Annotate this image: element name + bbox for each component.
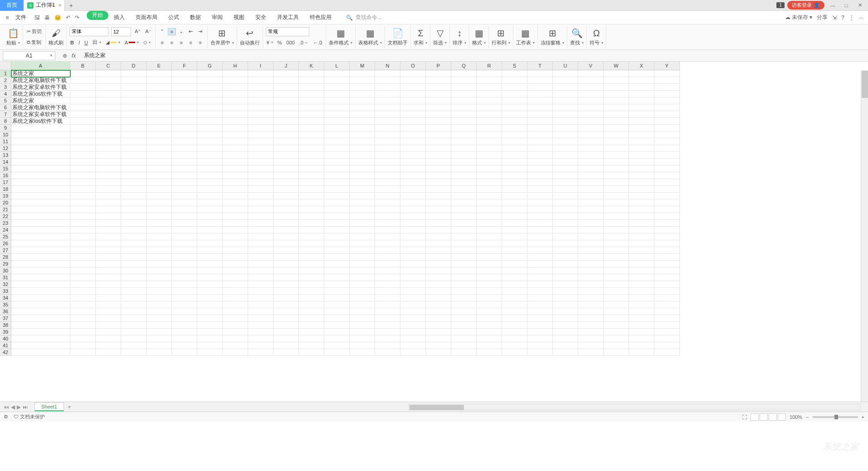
column-header-Q[interactable]: Q (451, 62, 477, 70)
cell-K24[interactable] (299, 227, 324, 233)
add-tab-button[interactable]: + (65, 2, 78, 9)
cell-R31[interactable] (477, 274, 502, 281)
row-col-button[interactable]: 行和列 (492, 39, 510, 46)
cell-K28[interactable] (299, 254, 324, 261)
cell-S15[interactable] (502, 165, 527, 172)
cell-J32[interactable] (273, 281, 299, 288)
close-window-button[interactable]: ✕ (854, 2, 865, 8)
cell-B14[interactable] (70, 159, 96, 165)
cell-G6[interactable] (197, 104, 223, 111)
cell-N40[interactable] (375, 335, 400, 342)
cell-I41[interactable] (248, 342, 273, 349)
cell-H39[interactable] (223, 329, 248, 335)
cell-O10[interactable] (400, 131, 426, 138)
cell-J36[interactable] (273, 308, 299, 315)
cell-Q7[interactable] (451, 111, 477, 118)
view-pagebreak-icon[interactable] (760, 413, 768, 421)
cell-O5[interactable] (400, 97, 426, 104)
filter-button[interactable]: 筛选 (433, 39, 447, 46)
column-header-K[interactable]: K (299, 62, 324, 70)
cell-R13[interactable] (477, 152, 502, 159)
cell-W42[interactable] (604, 349, 629, 356)
cell-S13[interactable] (502, 152, 527, 159)
cell-E41[interactable] (146, 342, 172, 349)
row-header-6[interactable]: 6 (0, 104, 11, 111)
cell-K21[interactable] (299, 206, 324, 213)
cell-N42[interactable] (375, 349, 400, 356)
cell-X40[interactable] (629, 335, 654, 342)
cell-K30[interactable] (299, 267, 324, 274)
cell-I18[interactable] (248, 186, 273, 193)
cell-V42[interactable] (578, 349, 604, 356)
cell-V27[interactable] (578, 247, 604, 254)
cell-S25[interactable] (502, 233, 527, 240)
cell-B22[interactable] (70, 213, 96, 220)
cell-K4[interactable] (299, 91, 324, 97)
cell-H29[interactable] (223, 261, 248, 267)
cell-W41[interactable] (604, 342, 629, 349)
cell-K23[interactable] (299, 220, 324, 227)
cell-B37[interactable] (70, 315, 96, 322)
cell-D21[interactable] (121, 206, 146, 213)
cell-U33[interactable] (553, 288, 578, 295)
row-header-25[interactable]: 25 (0, 233, 11, 240)
cell-Q14[interactable] (451, 159, 477, 165)
cell-J1[interactable] (273, 70, 299, 77)
cell-R25[interactable] (477, 233, 502, 240)
cell-W22[interactable] (604, 213, 629, 220)
cell-I14[interactable] (248, 159, 273, 165)
cell-X39[interactable] (629, 329, 654, 335)
cell-Y12[interactable] (654, 145, 680, 152)
cell-R14[interactable] (477, 159, 502, 165)
cell-G10[interactable] (197, 131, 223, 138)
cell-M39[interactable] (350, 329, 375, 335)
cell-J9[interactable] (273, 125, 299, 131)
cell-E32[interactable] (146, 281, 172, 288)
cell-V24[interactable] (578, 227, 604, 233)
cell-G4[interactable] (197, 91, 223, 97)
column-header-O[interactable]: O (400, 62, 426, 70)
row-header-28[interactable]: 28 (0, 254, 11, 261)
cell-E39[interactable] (146, 329, 172, 335)
cell-W16[interactable] (604, 172, 629, 179)
zoom-in-icon[interactable]: + (862, 414, 864, 420)
cell-X23[interactable] (629, 220, 654, 227)
cell-X26[interactable] (629, 240, 654, 247)
cell-F25[interactable] (172, 233, 197, 240)
cell-E21[interactable] (146, 206, 172, 213)
cell-P12[interactable] (426, 145, 451, 152)
cell-L37[interactable] (324, 315, 350, 322)
cell-E17[interactable] (146, 179, 172, 186)
cell-W13[interactable] (604, 152, 629, 159)
cell-U37[interactable] (553, 315, 578, 322)
clear-format-button[interactable]: ◇ (142, 39, 151, 45)
cell-I39[interactable] (248, 329, 273, 335)
cell-X3[interactable] (629, 84, 654, 91)
cell-B38[interactable] (70, 322, 96, 329)
cell-R5[interactable] (477, 97, 502, 104)
cell-E6[interactable] (146, 104, 172, 111)
table-style-icon[interactable]: ▦ (366, 28, 375, 39)
cell-Q10[interactable] (451, 131, 477, 138)
cell-B17[interactable] (70, 179, 96, 186)
cell-H21[interactable] (223, 206, 248, 213)
cell-B3[interactable] (70, 84, 96, 91)
cell-N39[interactable] (375, 329, 400, 335)
cell-Y11[interactable] (654, 138, 680, 145)
cell-F35[interactable] (172, 301, 197, 308)
row-header-18[interactable]: 18 (0, 186, 11, 193)
cell-V19[interactable] (578, 193, 604, 199)
cell-Q22[interactable] (451, 213, 477, 220)
cell-R24[interactable] (477, 227, 502, 233)
cell-K39[interactable] (299, 329, 324, 335)
cell-X1[interactable] (629, 70, 654, 77)
cell-C24[interactable] (96, 227, 121, 233)
cell-T15[interactable] (527, 165, 553, 172)
cell-T19[interactable] (527, 193, 553, 199)
row-header-40[interactable]: 40 (0, 335, 11, 342)
cell-L1[interactable] (324, 70, 350, 77)
cell-C16[interactable] (96, 172, 121, 179)
cell-K17[interactable] (299, 179, 324, 186)
cell-Q19[interactable] (451, 193, 477, 199)
cell-Y1[interactable] (654, 70, 680, 77)
